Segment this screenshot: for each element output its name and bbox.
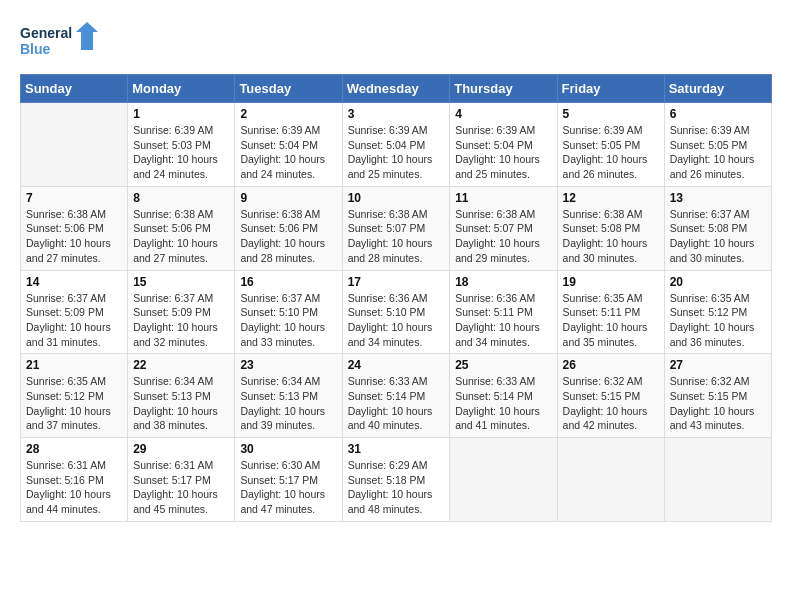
day-info: Sunrise: 6:35 AM Sunset: 5:12 PM Dayligh…	[670, 291, 766, 350]
calendar-cell: 6Sunrise: 6:39 AM Sunset: 5:05 PM Daylig…	[664, 103, 771, 187]
day-number: 14	[26, 275, 122, 289]
day-number: 21	[26, 358, 122, 372]
calendar-cell: 13Sunrise: 6:37 AM Sunset: 5:08 PM Dayli…	[664, 186, 771, 270]
day-info: Sunrise: 6:39 AM Sunset: 5:04 PM Dayligh…	[455, 123, 551, 182]
calendar-week-row: 28Sunrise: 6:31 AM Sunset: 5:16 PM Dayli…	[21, 438, 772, 522]
header-saturday: Saturday	[664, 75, 771, 103]
day-number: 28	[26, 442, 122, 456]
day-number: 2	[240, 107, 336, 121]
calendar-cell: 8Sunrise: 6:38 AM Sunset: 5:06 PM Daylig…	[128, 186, 235, 270]
calendar-week-row: 1Sunrise: 6:39 AM Sunset: 5:03 PM Daylig…	[21, 103, 772, 187]
day-number: 30	[240, 442, 336, 456]
day-info: Sunrise: 6:37 AM Sunset: 5:09 PM Dayligh…	[26, 291, 122, 350]
day-info: Sunrise: 6:38 AM Sunset: 5:06 PM Dayligh…	[240, 207, 336, 266]
day-number: 1	[133, 107, 229, 121]
calendar-cell: 17Sunrise: 6:36 AM Sunset: 5:10 PM Dayli…	[342, 270, 450, 354]
day-info: Sunrise: 6:38 AM Sunset: 5:08 PM Dayligh…	[563, 207, 659, 266]
day-number: 9	[240, 191, 336, 205]
calendar-cell: 18Sunrise: 6:36 AM Sunset: 5:11 PM Dayli…	[450, 270, 557, 354]
day-number: 17	[348, 275, 445, 289]
day-info: Sunrise: 6:38 AM Sunset: 5:07 PM Dayligh…	[348, 207, 445, 266]
day-number: 7	[26, 191, 122, 205]
day-info: Sunrise: 6:34 AM Sunset: 5:13 PM Dayligh…	[133, 374, 229, 433]
calendar-cell: 5Sunrise: 6:39 AM Sunset: 5:05 PM Daylig…	[557, 103, 664, 187]
day-info: Sunrise: 6:31 AM Sunset: 5:16 PM Dayligh…	[26, 458, 122, 517]
calendar-cell: 12Sunrise: 6:38 AM Sunset: 5:08 PM Dayli…	[557, 186, 664, 270]
logo: General Blue	[20, 20, 100, 64]
day-info: Sunrise: 6:35 AM Sunset: 5:12 PM Dayligh…	[26, 374, 122, 433]
day-info: Sunrise: 6:38 AM Sunset: 5:07 PM Dayligh…	[455, 207, 551, 266]
day-number: 3	[348, 107, 445, 121]
day-info: Sunrise: 6:37 AM Sunset: 5:08 PM Dayligh…	[670, 207, 766, 266]
day-info: Sunrise: 6:34 AM Sunset: 5:13 PM Dayligh…	[240, 374, 336, 433]
calendar-cell: 9Sunrise: 6:38 AM Sunset: 5:06 PM Daylig…	[235, 186, 342, 270]
day-info: Sunrise: 6:36 AM Sunset: 5:10 PM Dayligh…	[348, 291, 445, 350]
day-number: 18	[455, 275, 551, 289]
day-info: Sunrise: 6:36 AM Sunset: 5:11 PM Dayligh…	[455, 291, 551, 350]
day-info: Sunrise: 6:35 AM Sunset: 5:11 PM Dayligh…	[563, 291, 659, 350]
day-info: Sunrise: 6:37 AM Sunset: 5:10 PM Dayligh…	[240, 291, 336, 350]
day-number: 22	[133, 358, 229, 372]
calendar-cell: 10Sunrise: 6:38 AM Sunset: 5:07 PM Dayli…	[342, 186, 450, 270]
day-number: 27	[670, 358, 766, 372]
calendar-cell: 25Sunrise: 6:33 AM Sunset: 5:14 PM Dayli…	[450, 354, 557, 438]
day-info: Sunrise: 6:39 AM Sunset: 5:05 PM Dayligh…	[563, 123, 659, 182]
svg-text:Blue: Blue	[20, 41, 51, 57]
day-number: 4	[455, 107, 551, 121]
day-info: Sunrise: 6:39 AM Sunset: 5:05 PM Dayligh…	[670, 123, 766, 182]
day-info: Sunrise: 6:32 AM Sunset: 5:15 PM Dayligh…	[563, 374, 659, 433]
day-number: 29	[133, 442, 229, 456]
calendar-week-row: 21Sunrise: 6:35 AM Sunset: 5:12 PM Dayli…	[21, 354, 772, 438]
day-number: 25	[455, 358, 551, 372]
calendar-cell: 30Sunrise: 6:30 AM Sunset: 5:17 PM Dayli…	[235, 438, 342, 522]
day-number: 13	[670, 191, 766, 205]
day-number: 15	[133, 275, 229, 289]
calendar-cell: 21Sunrise: 6:35 AM Sunset: 5:12 PM Dayli…	[21, 354, 128, 438]
day-info: Sunrise: 6:39 AM Sunset: 5:03 PM Dayligh…	[133, 123, 229, 182]
calendar-cell: 22Sunrise: 6:34 AM Sunset: 5:13 PM Dayli…	[128, 354, 235, 438]
day-number: 16	[240, 275, 336, 289]
calendar-cell	[664, 438, 771, 522]
page-header: General Blue	[20, 20, 772, 64]
day-info: Sunrise: 6:31 AM Sunset: 5:17 PM Dayligh…	[133, 458, 229, 517]
calendar-week-row: 14Sunrise: 6:37 AM Sunset: 5:09 PM Dayli…	[21, 270, 772, 354]
day-number: 10	[348, 191, 445, 205]
day-info: Sunrise: 6:39 AM Sunset: 5:04 PM Dayligh…	[348, 123, 445, 182]
header-wednesday: Wednesday	[342, 75, 450, 103]
day-info: Sunrise: 6:33 AM Sunset: 5:14 PM Dayligh…	[348, 374, 445, 433]
header-friday: Friday	[557, 75, 664, 103]
calendar-cell: 19Sunrise: 6:35 AM Sunset: 5:11 PM Dayli…	[557, 270, 664, 354]
day-info: Sunrise: 6:32 AM Sunset: 5:15 PM Dayligh…	[670, 374, 766, 433]
calendar-cell: 26Sunrise: 6:32 AM Sunset: 5:15 PM Dayli…	[557, 354, 664, 438]
calendar-cell	[557, 438, 664, 522]
calendar-cell: 14Sunrise: 6:37 AM Sunset: 5:09 PM Dayli…	[21, 270, 128, 354]
day-number: 31	[348, 442, 445, 456]
day-number: 19	[563, 275, 659, 289]
calendar-header-row: SundayMondayTuesdayWednesdayThursdayFrid…	[21, 75, 772, 103]
calendar-cell: 7Sunrise: 6:38 AM Sunset: 5:06 PM Daylig…	[21, 186, 128, 270]
calendar-cell: 27Sunrise: 6:32 AM Sunset: 5:15 PM Dayli…	[664, 354, 771, 438]
day-info: Sunrise: 6:38 AM Sunset: 5:06 PM Dayligh…	[26, 207, 122, 266]
day-info: Sunrise: 6:39 AM Sunset: 5:04 PM Dayligh…	[240, 123, 336, 182]
day-number: 20	[670, 275, 766, 289]
calendar-cell: 2Sunrise: 6:39 AM Sunset: 5:04 PM Daylig…	[235, 103, 342, 187]
header-monday: Monday	[128, 75, 235, 103]
day-number: 23	[240, 358, 336, 372]
day-number: 11	[455, 191, 551, 205]
calendar-cell: 20Sunrise: 6:35 AM Sunset: 5:12 PM Dayli…	[664, 270, 771, 354]
svg-marker-2	[76, 22, 98, 50]
logo-svg: General Blue	[20, 20, 100, 64]
day-number: 6	[670, 107, 766, 121]
header-tuesday: Tuesday	[235, 75, 342, 103]
day-info: Sunrise: 6:38 AM Sunset: 5:06 PM Dayligh…	[133, 207, 229, 266]
calendar-cell: 31Sunrise: 6:29 AM Sunset: 5:18 PM Dayli…	[342, 438, 450, 522]
calendar-table: SundayMondayTuesdayWednesdayThursdayFrid…	[20, 74, 772, 522]
day-number: 24	[348, 358, 445, 372]
calendar-cell	[450, 438, 557, 522]
calendar-cell: 28Sunrise: 6:31 AM Sunset: 5:16 PM Dayli…	[21, 438, 128, 522]
day-number: 8	[133, 191, 229, 205]
day-number: 5	[563, 107, 659, 121]
day-number: 12	[563, 191, 659, 205]
calendar-cell	[21, 103, 128, 187]
calendar-cell: 1Sunrise: 6:39 AM Sunset: 5:03 PM Daylig…	[128, 103, 235, 187]
